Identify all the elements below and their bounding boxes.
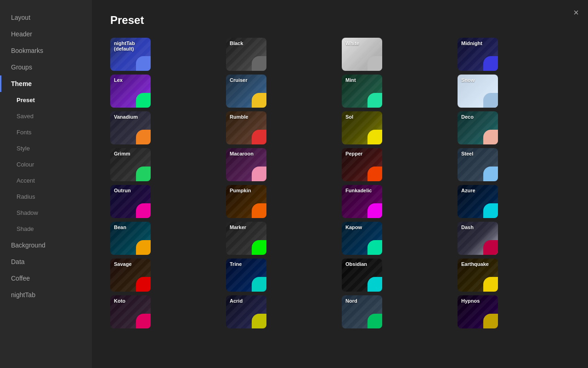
preset-card-marker[interactable]: Marker bbox=[226, 222, 266, 255]
preset-accent-dash bbox=[483, 240, 498, 255]
preset-card-pumpkin[interactable]: Pumpkin bbox=[226, 185, 266, 218]
preset-card-koto[interactable]: Koto bbox=[110, 295, 151, 328]
close-button[interactable]: × bbox=[573, 7, 579, 18]
preset-label-azure: Azure bbox=[461, 188, 475, 193]
preset-card-rumble[interactable]: Rumble bbox=[226, 111, 266, 144]
preset-accent-deco bbox=[483, 130, 498, 144]
sidebar-item-theme[interactable]: Theme bbox=[0, 75, 92, 92]
preset-accent-grimm bbox=[136, 167, 151, 181]
preset-accent-sol bbox=[368, 130, 382, 144]
preset-card-macaroon[interactable]: Macaroon bbox=[226, 148, 266, 181]
preset-label-savage: Savage bbox=[114, 261, 132, 267]
sidebar-item-shade[interactable]: Shade bbox=[0, 221, 92, 237]
preset-card-pepper[interactable]: Pepper bbox=[342, 148, 382, 181]
sidebar-item-preset[interactable]: Preset bbox=[0, 92, 92, 108]
modal-overlay: Layout Header Bookmarks Groups Theme Pre… bbox=[0, 0, 588, 368]
preset-label-nord: Nord bbox=[345, 298, 357, 304]
preset-label-earthquake: Earthquake bbox=[461, 261, 489, 267]
preset-card-black[interactable]: Black bbox=[226, 38, 266, 71]
preset-card-nighttab-default[interactable]: nightTab (default) bbox=[110, 38, 151, 71]
preset-card-white[interactable]: White bbox=[342, 38, 382, 71]
preset-card-cruiser[interactable]: Cruiser bbox=[226, 75, 266, 108]
panel-title: Preset bbox=[110, 14, 570, 27]
sidebar-item-bookmarks[interactable]: Bookmarks bbox=[0, 42, 92, 59]
sidebar-item-saved[interactable]: Saved bbox=[0, 108, 92, 124]
preset-accent-savage bbox=[136, 277, 151, 292]
preset-accent-nighttab-default bbox=[136, 56, 151, 71]
preset-label-midnight: Midnight bbox=[461, 40, 482, 46]
preset-accent-steel bbox=[483, 167, 498, 181]
sidebar-item-fonts[interactable]: Fonts bbox=[0, 124, 92, 140]
sidebar-item-layout[interactable]: Layout bbox=[0, 9, 92, 26]
preset-accent-cruiser bbox=[252, 93, 266, 108]
preset-label-mint: Mint bbox=[345, 77, 356, 83]
sidebar-item-background[interactable]: Background bbox=[0, 237, 92, 253]
preset-label-kapow: Kapow bbox=[345, 224, 362, 230]
preset-card-deco[interactable]: Deco bbox=[458, 111, 498, 144]
preset-card-outrun[interactable]: Outrun bbox=[110, 185, 151, 218]
preset-card-steel[interactable]: Steel bbox=[458, 148, 498, 181]
preset-label-outrun: Outrun bbox=[114, 188, 131, 193]
preset-accent-macaroon bbox=[252, 167, 266, 181]
sidebar-item-colour[interactable]: Colour bbox=[0, 156, 92, 172]
preset-card-dash[interactable]: Dash bbox=[458, 222, 498, 255]
preset-accent-earthquake bbox=[483, 277, 498, 292]
preset-accent-bean bbox=[136, 240, 151, 255]
preset-accent-obsidian bbox=[368, 277, 382, 292]
preset-label-rumble: Rumble bbox=[230, 114, 248, 120]
preset-card-snow[interactable]: Snow bbox=[458, 75, 498, 108]
preset-accent-lex bbox=[136, 93, 151, 108]
preset-label-black: Black bbox=[230, 40, 243, 46]
sidebar-item-radius[interactable]: Radius bbox=[0, 189, 92, 205]
preset-accent-hypnos bbox=[483, 314, 498, 328]
sidebar-item-groups[interactable]: Groups bbox=[0, 59, 92, 75]
preset-accent-nord bbox=[368, 314, 382, 328]
preset-card-vanadium[interactable]: Vanadium bbox=[110, 111, 151, 144]
preset-card-azure[interactable]: Azure bbox=[458, 185, 498, 218]
preset-card-funkadelic[interactable]: Funkadelic bbox=[342, 185, 382, 218]
preset-card-kapow[interactable]: Kapow bbox=[342, 222, 382, 255]
preset-label-macaroon: Macaroon bbox=[230, 151, 254, 156]
preset-card-earthquake[interactable]: Earthquake bbox=[458, 259, 498, 292]
preset-label-bean: Bean bbox=[114, 224, 126, 230]
content-panel: × Preset nightTab (default)BlackWhiteMid… bbox=[92, 0, 588, 368]
sidebar-item-style[interactable]: Style bbox=[0, 140, 92, 156]
preset-label-white: White bbox=[345, 40, 359, 46]
preset-card-obsidian[interactable]: Obsidian bbox=[342, 259, 382, 292]
settings-sidebar: Layout Header Bookmarks Groups Theme Pre… bbox=[0, 0, 92, 368]
preset-accent-mint bbox=[368, 93, 382, 108]
preset-accent-azure bbox=[483, 203, 498, 218]
sidebar-item-accent[interactable]: Accent bbox=[0, 172, 92, 189]
preset-label-koto: Koto bbox=[114, 298, 125, 304]
preset-label-trine: Trine bbox=[230, 261, 242, 267]
preset-label-sol: Sol bbox=[345, 114, 353, 120]
preset-accent-pumpkin bbox=[252, 203, 266, 218]
preset-accent-koto bbox=[136, 314, 151, 328]
preset-card-lex[interactable]: Lex bbox=[110, 75, 151, 108]
preset-label-pepper: Pepper bbox=[345, 151, 362, 156]
sidebar-item-shadow[interactable]: Shadow bbox=[0, 205, 92, 221]
preset-accent-vanadium bbox=[136, 130, 151, 144]
preset-card-sol[interactable]: Sol bbox=[342, 111, 382, 144]
preset-accent-acrid bbox=[252, 314, 266, 328]
preset-card-savage[interactable]: Savage bbox=[110, 259, 151, 292]
preset-label-snow: Snow bbox=[461, 77, 475, 83]
sidebar-item-nighttab[interactable]: nightTab bbox=[0, 287, 92, 303]
preset-accent-rumble bbox=[252, 130, 266, 144]
preset-card-nord[interactable]: Nord bbox=[342, 295, 382, 328]
preset-label-funkadelic: Funkadelic bbox=[345, 188, 372, 193]
sidebar-item-coffee[interactable]: Coffee bbox=[0, 270, 92, 287]
preset-accent-outrun bbox=[136, 203, 151, 218]
preset-card-trine[interactable]: Trine bbox=[226, 259, 266, 292]
preset-label-lex: Lex bbox=[114, 77, 123, 83]
sidebar-item-data[interactable]: Data bbox=[0, 253, 92, 270]
preset-label-pumpkin: Pumpkin bbox=[230, 188, 251, 193]
preset-card-grimm[interactable]: Grimm bbox=[110, 148, 151, 181]
preset-card-midnight[interactable]: Midnight bbox=[458, 38, 498, 71]
preset-card-bean[interactable]: Bean bbox=[110, 222, 151, 255]
preset-card-mint[interactable]: Mint bbox=[342, 75, 382, 108]
preset-card-acrid[interactable]: Acrid bbox=[226, 295, 266, 328]
preset-label-hypnos: Hypnos bbox=[461, 298, 480, 304]
sidebar-item-header[interactable]: Header bbox=[0, 26, 92, 42]
preset-card-hypnos[interactable]: Hypnos bbox=[458, 295, 498, 328]
